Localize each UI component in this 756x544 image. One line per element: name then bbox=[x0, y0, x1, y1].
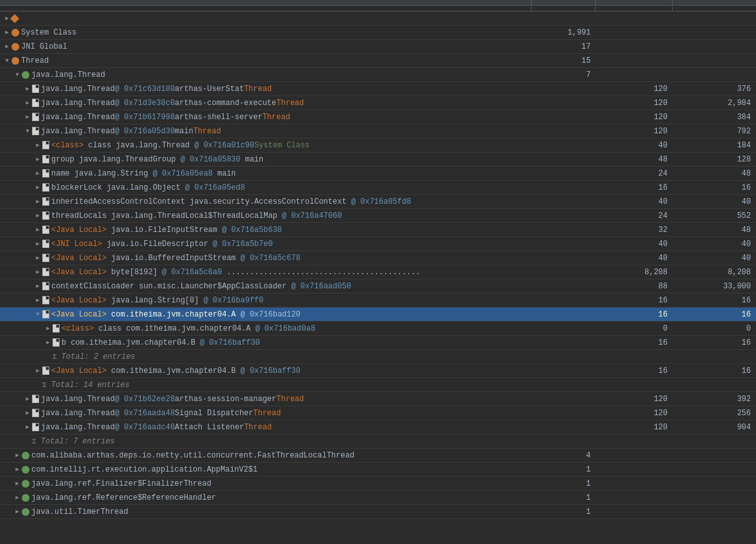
expand-icon[interactable] bbox=[33, 268, 42, 276]
object-icon bbox=[32, 423, 39, 431]
tree-body: System Class1,991JNI Global17Thread15jav… bbox=[0, 12, 756, 519]
shallow-heap-cell: 120 bbox=[596, 408, 673, 419]
table-row[interactable]: b com.itheima.jvm.chapter04.B @ 0x716baf… bbox=[0, 336, 756, 350]
table-row[interactable]: blockerLock java.lang.Object @ 0x716a05e… bbox=[0, 181, 756, 195]
retained-heap-cell: 16 bbox=[673, 182, 756, 194]
class-name-cell: <class> class java.lang.Thread @ 0x716a0… bbox=[0, 140, 532, 151]
expand-icon[interactable] bbox=[23, 424, 32, 431]
expand-icon[interactable] bbox=[33, 283, 42, 290]
table-row[interactable]: inheritedAccessControlContext java.secur… bbox=[0, 195, 756, 209]
table-row[interactable]: <class> class java.lang.Thread @ 0x716a0… bbox=[0, 138, 756, 152]
expand-icon[interactable] bbox=[23, 409, 32, 416]
collapse-icon[interactable] bbox=[13, 71, 22, 78]
expand-icon[interactable] bbox=[13, 508, 22, 515]
table-row[interactable]: java.lang.ref.Finalizer$FinalizerThread1 bbox=[0, 477, 756, 491]
class-name-cell: <Java Local> com.itheima.jvm.chapter04.B… bbox=[0, 365, 532, 377]
objects-cell bbox=[532, 370, 596, 372]
expand-icon[interactable] bbox=[33, 198, 42, 205]
expand-icon[interactable] bbox=[33, 254, 42, 261]
table-row[interactable]: threadLocals java.lang.ThreadLocal$Threa… bbox=[0, 209, 756, 223]
table-row[interactable]: java.lang.Thread @ 0x71b617998 arthas-sh… bbox=[0, 110, 756, 124]
shallow-heap-cell bbox=[596, 497, 673, 499]
table-row[interactable]: contextClassLoader sun.misc.Launcher$App… bbox=[0, 279, 756, 293]
collapse-icon[interactable] bbox=[23, 128, 32, 135]
table-row[interactable]: java.lang.Thread @ 0x716aada48 Signal Di… bbox=[0, 406, 756, 420]
table-row[interactable]: <JNI Local> java.io.FileDescriptor @ 0x7… bbox=[0, 237, 756, 251]
expand-icon[interactable] bbox=[13, 480, 22, 487]
expand-icon[interactable] bbox=[44, 325, 53, 332]
field-icon bbox=[42, 240, 49, 248]
table-row[interactable]: <Java Local> java.io.BufferedInputStream… bbox=[0, 251, 756, 265]
expand-icon[interactable] bbox=[33, 170, 42, 177]
expand-icon[interactable] bbox=[13, 452, 22, 459]
retained-heap-cell: 16 bbox=[673, 365, 756, 377]
expand-icon[interactable] bbox=[23, 99, 32, 106]
table-row[interactable]: System Class1,991 bbox=[0, 26, 756, 40]
table-row[interactable]: <Java Local> java.io.FileInputStream @ 0… bbox=[0, 223, 756, 237]
expand-icon[interactable] bbox=[33, 184, 42, 191]
class-name-cell: com.alibaba.arthas.deps.io.netty.util.co… bbox=[0, 450, 532, 461]
table-row[interactable]: <class> class com.itheima.jvm.chapter04.… bbox=[0, 322, 756, 336]
expand-icon[interactable] bbox=[33, 240, 42, 247]
collapse-icon[interactable] bbox=[33, 311, 42, 318]
table-row[interactable]: com.alibaba.arthas.deps.io.netty.util.co… bbox=[0, 449, 756, 463]
col-retained-sub bbox=[673, 6, 756, 11]
class-name-cell: <Java Local> com.itheima.jvm.chapter04.A… bbox=[0, 309, 532, 320]
table-row[interactable]: java.lang.ref.Reference$ReferenceHandler… bbox=[0, 491, 756, 505]
table-row[interactable]: java.util.TimerThread1 bbox=[0, 505, 756, 519]
retained-heap-cell: 376 bbox=[673, 83, 756, 95]
expand-icon[interactable] bbox=[23, 113, 32, 120]
table-row[interactable]: com.intellij.rt.execution.application.Ap… bbox=[0, 463, 756, 477]
expand-icon[interactable] bbox=[13, 466, 22, 473]
expand-icon[interactable] bbox=[3, 43, 12, 50]
expand-icon[interactable] bbox=[13, 494, 22, 501]
expand-icon[interactable] bbox=[33, 367, 42, 374]
expand-icon[interactable] bbox=[23, 395, 32, 402]
object-icon bbox=[32, 113, 39, 121]
expand-icon[interactable] bbox=[44, 339, 53, 346]
table-row[interactable] bbox=[0, 12, 756, 26]
expand-icon[interactable] bbox=[33, 142, 42, 149]
table-row[interactable]: Σ Total: 7 entries bbox=[0, 434, 756, 449]
objects-cell bbox=[532, 158, 596, 161]
table-row[interactable]: java.lang.Thread7 bbox=[0, 68, 756, 82]
expand-icon[interactable] bbox=[33, 297, 42, 304]
collapse-icon[interactable] bbox=[3, 57, 12, 64]
table-row[interactable]: Σ Total: 2 entries bbox=[0, 350, 756, 364]
retained-heap-cell: 792 bbox=[673, 126, 756, 137]
table-row[interactable]: java.lang.Thread @ 0x716a05d30 main Thre… bbox=[0, 124, 756, 138]
expand-icon[interactable] bbox=[33, 226, 42, 233]
expand-icon[interactable] bbox=[23, 85, 32, 92]
table-row[interactable]: Σ Total: 14 entries bbox=[0, 378, 756, 392]
table-row[interactable]: java.lang.Thread @ 0x716aadc48 Attach Li… bbox=[0, 420, 756, 434]
table-row[interactable]: <Java Local> java.lang.String[0] @ 0x716… bbox=[0, 293, 756, 308]
class-name-cell: JNI Global bbox=[0, 41, 532, 53]
table-row[interactable]: group java.lang.ThreadGroup @ 0x716a0583… bbox=[0, 152, 756, 167]
objects-cell bbox=[532, 342, 596, 344]
shallow-heap-cell: 40 bbox=[596, 196, 673, 208]
col-objects-sub bbox=[532, 6, 596, 11]
table-row[interactable]: java.lang.Thread @ 0x71c63d180 arthas-Us… bbox=[0, 82, 756, 96]
shallow-heap-cell: 120 bbox=[596, 83, 673, 95]
class-name-cell: Σ Total: 7 entries bbox=[0, 436, 532, 447]
col-shallow-sub bbox=[596, 6, 673, 11]
table-row[interactable]: name java.lang.String @ 0x716a05ea8 main… bbox=[0, 167, 756, 181]
table-row[interactable]: Thread15 bbox=[0, 54, 756, 68]
expand-icon[interactable] bbox=[33, 212, 42, 219]
table-row[interactable]: JNI Global17 bbox=[0, 40, 756, 54]
retained-heap-cell bbox=[673, 497, 756, 499]
retained-heap-cell: 40 bbox=[673, 238, 756, 250]
table-row[interactable]: <Java Local> byte[8192] @ 0x716a5c6a0 ..… bbox=[0, 265, 756, 279]
expand-icon[interactable] bbox=[3, 29, 12, 36]
table-row[interactable]: java.lang.Thread @ 0x71b62ee28 arthas-se… bbox=[0, 392, 756, 406]
group-icon bbox=[12, 29, 19, 37]
objects-cell bbox=[532, 313, 596, 316]
expand-icon[interactable] bbox=[33, 156, 42, 163]
table-row[interactable]: java.lang.Thread @ 0x71d3e30c0 arthas-co… bbox=[0, 96, 756, 110]
table-row[interactable]: <Java Local> com.itheima.jvm.chapter04.A… bbox=[0, 308, 756, 322]
table-row[interactable]: <Java Local> com.itheima.jvm.chapter04.B… bbox=[0, 364, 756, 378]
field-icon bbox=[42, 169, 49, 177]
objects-cell bbox=[532, 102, 596, 104]
shallow-heap-cell bbox=[596, 45, 673, 48]
class-name-cell: group java.lang.ThreadGroup @ 0x716a0583… bbox=[0, 154, 532, 165]
